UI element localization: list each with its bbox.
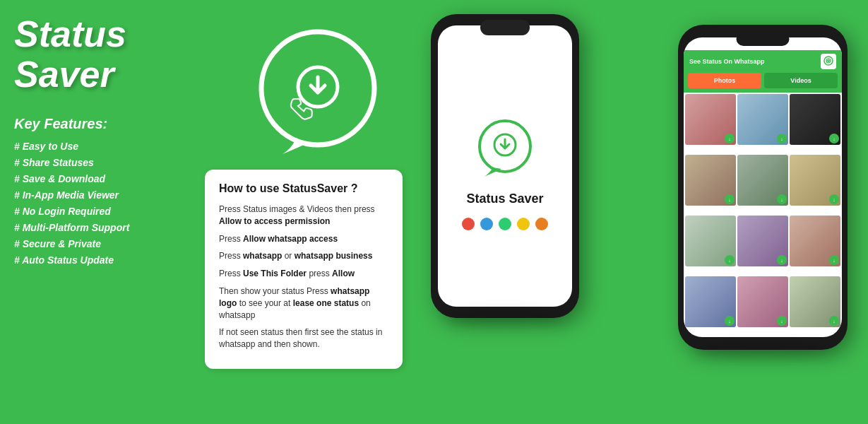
- feature-nologin: # No Login Required: [14, 206, 184, 217]
- whatsapp-small-icon: [823, 56, 834, 67]
- left-section: Status Saver Key Features: # Easy to Use…: [0, 0, 198, 424]
- download-badge-7[interactable]: ↓: [725, 255, 735, 265]
- photo-cell-1: ↓: [685, 94, 736, 145]
- phone-2-shadow: [695, 343, 831, 357]
- dot-yellow: [517, 218, 530, 230]
- phone-2-frame: See Status On Whatsapp Photos Videos: [678, 25, 848, 350]
- feature-autoupdate: # Auto Status Update: [14, 254, 184, 266]
- photo-cell-4: ↓: [685, 155, 736, 206]
- feature-share: # Share Statuses: [14, 157, 184, 168]
- phone-1-frame: Status Saver: [431, 14, 579, 318]
- photo-cell-9: ↓: [790, 216, 840, 266]
- phone-2-screen: See Status On Whatsapp Photos Videos: [684, 37, 842, 337]
- phone-2-header: See Status On Whatsapp: [684, 50, 842, 73]
- photo-cell-6: ↓: [790, 155, 840, 206]
- key-features-label: Key Features:: [14, 116, 184, 132]
- phone-2-notch: [737, 32, 790, 46]
- feature-media: # In-App Media Viewer: [14, 189, 184, 201]
- photo-cell-12: ↓: [790, 276, 840, 327]
- feature-multiplatform: # Multi-Platform Support: [14, 222, 184, 233]
- phone-1-title: Status Saver: [466, 192, 543, 206]
- photo-grid: ↓ ↓ ↓ ↓ ↓: [684, 93, 842, 337]
- download-badge-8[interactable]: ↓: [777, 255, 787, 265]
- photo-cell-2: ↓: [737, 94, 788, 145]
- download-badge-1[interactable]: ↓: [725, 134, 735, 143]
- phone-1-shadow: [446, 311, 564, 325]
- step-2: Press Allow whatsapp access: [219, 233, 388, 245]
- feature-secure: # Secure & Private: [14, 238, 184, 249]
- dot-red: [462, 218, 475, 230]
- download-badge-3[interactable]: ↓: [829, 134, 839, 143]
- dot-blue: [480, 218, 493, 230]
- features-list: # Easy to Use # Share Statuses # Save & …: [14, 141, 184, 266]
- photo-cell-11: ↓: [737, 276, 788, 327]
- phone-2-header-icon: [821, 54, 836, 69]
- step-5: Then show your status Press whatsapp log…: [219, 285, 388, 321]
- download-badge-5[interactable]: ↓: [777, 194, 787, 204]
- download-badge-6[interactable]: ↓: [829, 194, 839, 204]
- download-badge-4[interactable]: ↓: [725, 194, 735, 204]
- phone-1-logo: [473, 117, 537, 180]
- download-badge-2[interactable]: ↓: [777, 134, 787, 143]
- phone-1-content: Status Saver: [438, 102, 572, 245]
- download-badge-10[interactable]: ↓: [725, 316, 735, 326]
- dot-orange: [535, 218, 548, 230]
- photo-cell-5: ↓: [737, 155, 788, 206]
- step-4: Press Use This Folder press Allow: [219, 268, 388, 280]
- download-badge-12[interactable]: ↓: [829, 316, 839, 326]
- feature-save: # Save & Download: [14, 173, 184, 184]
- photo-cell-8: ↓: [737, 216, 788, 266]
- whatsapp-icon-area: [240, 14, 396, 170]
- phone-1-dots: [462, 218, 548, 230]
- step-1: Press Status images & Videos then press …: [219, 204, 388, 228]
- phone-2-header-text: See Status On Whatsapp: [689, 58, 765, 65]
- dot-green: [499, 218, 511, 230]
- photo-cell-10: ↓: [685, 276, 736, 327]
- photo-cell-3: ↓: [790, 94, 840, 145]
- instruction-title: How to use StatusSaver ?: [219, 182, 388, 195]
- phone-1-container: Status Saver: [431, 14, 579, 318]
- app-title: Status Saver: [14, 14, 184, 95]
- instruction-box: How to use StatusSaver ? Press Status im…: [205, 170, 403, 369]
- phone-2-container: See Status On Whatsapp Photos Videos: [678, 25, 848, 350]
- phone-1-screen: Status Saver: [438, 25, 572, 307]
- phone-2-tabs: Photos Videos: [684, 73, 842, 93]
- feature-easy-use: # Easy to Use: [14, 141, 184, 152]
- tab-photos[interactable]: Photos: [688, 73, 761, 88]
- whatsapp-download-icon: [247, 21, 388, 163]
- step-3: Press whatsapp or whatsapp business: [219, 250, 388, 262]
- tab-videos[interactable]: Videos: [764, 73, 838, 88]
- photo-cell-7: ↓: [685, 216, 736, 266]
- download-badge-11[interactable]: ↓: [777, 316, 787, 326]
- step-6: If not seen status then first see the st…: [219, 326, 388, 351]
- download-badge-9[interactable]: ↓: [829, 255, 839, 265]
- phone-1-notch: [480, 20, 530, 35]
